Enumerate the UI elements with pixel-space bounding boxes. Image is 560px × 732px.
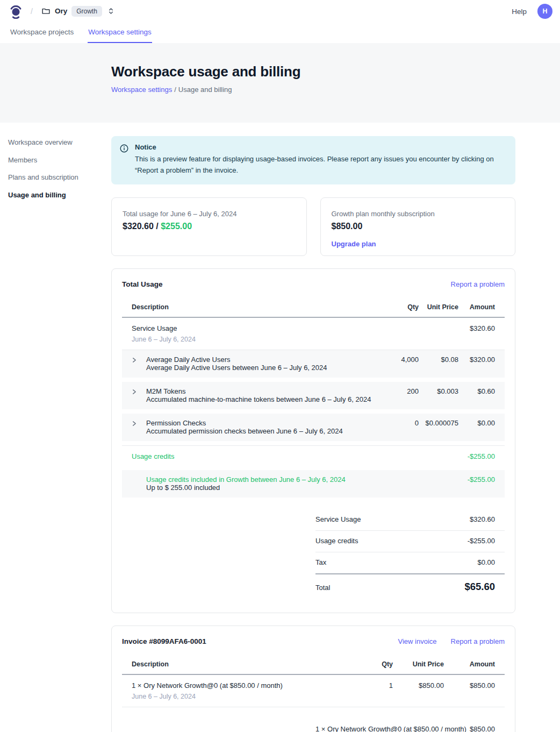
row-name: Permission Checks [146,419,374,427]
row-period: June 6 – July 6, 2024 [132,693,355,700]
usage-table-header: Description Qty Unit Price Amount [122,298,505,318]
report-problem-link-usage[interactable]: Report a problem [451,280,505,288]
tab-workspace-projects[interactable]: Workspace projects [10,23,74,43]
row-amount: $0.60 [458,387,495,395]
view-invoice-link[interactable]: View invoice [398,637,437,645]
selector-chevrons-icon[interactable] [107,7,114,15]
row-amount: -$255.00 [458,475,495,484]
page-title: Workspace usage and billing [111,63,560,80]
notice-title: Notice [135,143,506,151]
row-description: Up to $ 255.00 included [146,484,458,492]
invoice-table-header: Description Qty Unit Price Amount [122,655,505,675]
upgrade-plan-link[interactable]: Upgrade plan [332,240,376,248]
ory-logo-icon[interactable] [9,4,23,19]
tab-workspace-settings[interactable]: Workspace settings [88,23,152,43]
plan-subscription-card: Growth plan monthly subscription $850.00… [320,197,516,256]
breadcrumb-separator: / [31,7,33,16]
plan-amount: $850.00 [332,222,505,231]
row-unit-price: $0.003 [419,387,458,395]
usage-panel-title: Total Usage [122,280,163,288]
row-qty: 4,000 [374,356,419,364]
sidebar-item-workspace-overview[interactable]: Workspace overview [8,137,111,147]
table-row-usage-credits: Usage credits -$255.00 [122,445,505,467]
notice-banner: Notice This is a preview feature for dis… [111,136,515,184]
row-name: Usage credits included in Growth between… [146,475,458,484]
breadcrumb-current: Usage and billing [178,86,232,94]
workspace-plan-badge: Growth [71,6,102,17]
row-qty: 1 [355,681,393,690]
invoice-panel-title: Invoice #8099AFA6-0001 [122,637,206,645]
info-icon [120,144,128,176]
user-avatar[interactable]: H [537,4,552,19]
col-amount: Amount [458,303,495,311]
sidebar-item-plans-and-subscription[interactable]: Plans and subscription [8,172,111,182]
col-description: Description [132,303,374,311]
row-amount: $320.00 [458,356,495,364]
row-amount: $0.00 [458,419,495,427]
total-usage-value: $320.60 / $255.00 [123,222,296,231]
col-unit-price: Unit Price [419,303,458,311]
folder-icon [41,6,51,16]
row-name: 1 × Ory Network Growth@0 (at $850.00 / m… [132,681,355,690]
totals-row-grand-total: Total $65.60 [315,574,505,600]
chevron-right-icon[interactable] [132,387,146,396]
help-link[interactable]: Help [512,8,527,16]
row-name: Usage credits [132,452,458,460]
totals-row-usage-credits: Usage credits -$255.00 [315,531,505,552]
top-bar: / Ory Growth Help H [0,0,560,23]
totals-row-subscription: 1 × Ory Network Growth@0 (at $850.00 / m… [315,719,505,732]
table-row-daily-active-users[interactable]: Average Daily Active Users Average Daily… [122,350,505,378]
row-qty: 0 [374,419,419,427]
settings-sidebar: Workspace overview Members Plans and sub… [0,123,111,732]
table-row-m2m-tokens[interactable]: M2M Tokens Accumulated machine-to-machin… [122,382,505,409]
row-unit-price: $0.08 [419,356,458,364]
row-period: June 6 – July 6, 2024 [132,336,374,343]
usage-totals: Service Usage $320.60 Usage credits -$25… [315,509,505,600]
table-row-usage-credits-detail: Usage credits included in Growth between… [122,470,505,498]
row-amount: -$255.00 [458,452,495,460]
workspace-name: Ory [55,7,67,15]
usage-credit-value: $255.00 [161,222,192,231]
row-amount: $850.00 [444,681,495,690]
col-qty: Qty [355,660,393,668]
row-description: Accumulated permission checks between Ju… [146,427,374,435]
total-usage-label: Total usage for June 6 – July 6, 2024 [123,210,296,218]
page-header: Workspace usage and billing Workspace se… [0,43,560,123]
invoice-totals: 1 × Ory Network Growth@0 (at $850.00 / m… [315,719,505,732]
row-name: Service Usage [132,324,374,333]
tab-bar: Workspace projects Workspace settings [0,23,560,43]
sidebar-item-usage-and-billing[interactable]: Usage and billing [8,190,111,200]
total-usage-card: Total usage for June 6 – July 6, 2024 $3… [111,197,307,256]
breadcrumb: Workspace settings/Usage and billing [111,86,560,94]
breadcrumb-settings-link[interactable]: Workspace settings [111,86,172,94]
table-row-service-usage: Service Usage June 6 – July 6, 2024 $320… [122,318,505,350]
invoice-panel: Invoice #8099AFA6-0001 View invoice Repo… [111,626,515,732]
notice-body: This is a preview feature for displaying… [135,154,506,176]
row-name: Average Daily Active Users [146,356,374,364]
report-problem-link-invoice[interactable]: Report a problem [451,637,505,645]
col-qty: Qty [374,303,419,311]
chevron-right-icon[interactable] [132,419,146,428]
total-usage-panel: Total Usage Report a problem Description… [111,268,515,613]
row-unit-price: $850.00 [393,681,444,690]
row-amount: $320.60 [458,324,495,332]
col-description: Description [132,660,355,668]
row-description: Accumulated machine-to-machine tokens be… [146,395,374,403]
row-unit-price: $0.000075 [419,419,458,427]
col-amount: Amount [444,660,495,668]
table-row-invoice-line: 1 × Ory Network Growth@0 (at $850.00 / m… [122,675,505,707]
totals-row-service-usage: Service Usage $320.60 [315,509,505,531]
chevron-right-icon[interactable] [132,356,146,365]
row-name: M2M Tokens [146,387,374,395]
plan-label: Growth plan monthly subscription [332,210,505,218]
row-qty: 200 [374,387,419,395]
breadcrumb-sep: / [174,86,176,94]
row-description: Average Daily Active Users between June … [146,364,374,372]
workspace-switcher[interactable]: Ory Growth [41,6,114,17]
col-unit-price: Unit Price [393,660,444,668]
topbar-right: Help H [512,4,552,19]
totals-row-tax: Tax $0.00 [315,552,505,574]
table-row-permission-checks[interactable]: Permission Checks Accumulated permission… [122,414,505,441]
sidebar-item-members[interactable]: Members [8,155,111,165]
